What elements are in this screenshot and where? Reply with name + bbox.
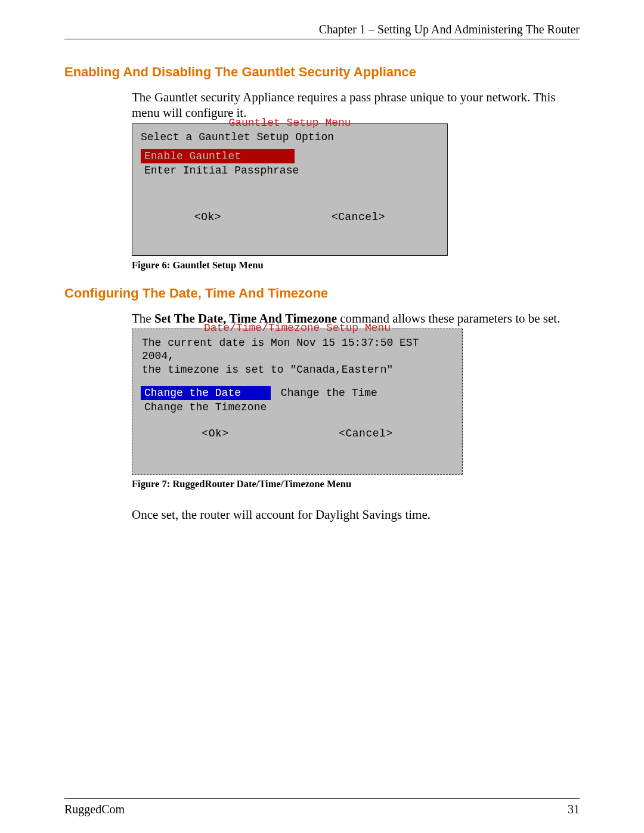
figure-gauntlet-menu: Gauntlet Setup Menu Select a Gauntlet Se… bbox=[132, 123, 580, 256]
figure-caption-6: Figure 6: Gauntlet Setup Menu bbox=[132, 259, 580, 271]
terminal-prompt: Select a Gauntlet Setup Option bbox=[141, 131, 439, 143]
chapter-header: Chapter 1 – Setting Up And Administering… bbox=[64, 23, 580, 39]
terminal-title: Gauntlet Setup Menu bbox=[225, 117, 354, 129]
footer-brand: RuggedCom bbox=[64, 803, 125, 816]
option-enter-passphrase[interactable]: Enter Initial Passphrase bbox=[141, 163, 302, 178]
section-heading-datetime: Configuring The Date, Time And Timezone bbox=[64, 286, 580, 301]
section-heading-gauntlet: Enabling And Disabling The Gauntlet Secu… bbox=[64, 64, 580, 80]
terminal-info-tz: the timezone is set to "Canada,Eastern" bbox=[142, 363, 454, 377]
option-enable-gauntlet[interactable]: Enable Gauntlet bbox=[141, 149, 295, 163]
terminal-info-date: The current date is Mon Nov 15 15:37:50 … bbox=[142, 336, 454, 363]
figure-caption-7: Figure 7: RuggedRouter Date/Time/Timezon… bbox=[132, 478, 580, 490]
cancel-button[interactable]: <Cancel> bbox=[335, 428, 396, 439]
footer-page-number: 31 bbox=[568, 803, 580, 816]
option-change-timezone[interactable]: Change the Timezone bbox=[141, 400, 270, 414]
figure-datetime-menu: Date/Time/Timezone Setup Menu The curren… bbox=[132, 329, 580, 475]
option-change-date[interactable]: Change the Date bbox=[141, 386, 271, 400]
ok-button[interactable]: <Ok> bbox=[191, 211, 225, 223]
ok-button[interactable]: <Ok> bbox=[198, 428, 232, 439]
terminal-title: Date/Time/Timezone Setup Menu bbox=[200, 322, 394, 334]
option-change-time[interactable]: Change the Time bbox=[277, 386, 381, 400]
paragraph-dst-note: Once set, the router will account for Da… bbox=[132, 507, 580, 522]
cancel-button[interactable]: <Cancel> bbox=[328, 211, 389, 223]
page-footer: RuggedCom 31 bbox=[64, 798, 580, 816]
